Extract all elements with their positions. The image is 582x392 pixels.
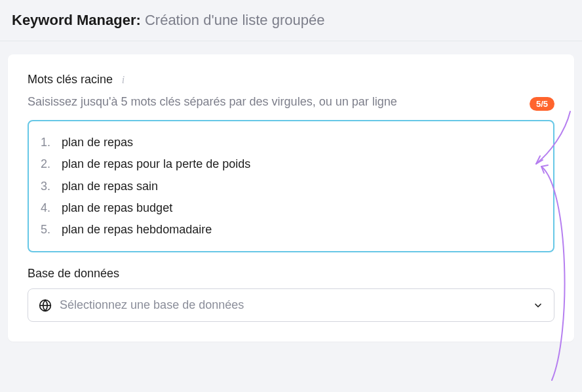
form-card: Mots clés racine i Saisissez jusqu'à 5 m… [8,54,574,342]
keyword-text: plan de repas hebdomadaire [62,219,212,241]
database-select-left: Sélectionnez une base de données [39,298,244,312]
keywords-list: plan de repas plan de repas pour la pert… [41,132,541,241]
root-keywords-hint: Saisissez jusqu'à 5 mots clés séparés pa… [28,93,397,110]
keywords-counter-badge: 5/5 [530,97,554,111]
database-select[interactable]: Sélectionnez une base de données [28,288,554,322]
page-subtitle: Création d'une liste groupée [145,12,325,28]
database-placeholder: Sélectionnez une base de données [60,298,244,312]
keyword-text: plan de repas [62,132,133,153]
keyword-item: plan de repas pour la perte de poids [41,153,541,175]
info-icon[interactable]: i [118,75,128,85]
root-keywords-input[interactable]: plan de repas plan de repas pour la pert… [28,120,554,252]
keyword-text: plan de repas pour la perte de poids [62,153,250,175]
keyword-item: plan de repas budget [41,197,541,219]
page-header: Keyword Manager: Création d'une liste gr… [0,0,582,41]
globe-icon [39,299,52,312]
database-section: Base de données Sélectionnez une base de… [28,267,554,322]
root-keywords-label: Mots clés racine [28,73,113,87]
database-label: Base de données [28,267,554,281]
keyword-item: plan de repas [41,132,541,153]
keyword-item: plan de repas hebdomadaire [41,219,541,241]
keyword-text: plan de repas sain [62,176,158,197]
root-keywords-label-row: Mots clés racine i [28,73,554,87]
page-title-prefix: Keyword Manager: [12,12,145,28]
keyword-item: plan de repas sain [41,176,541,197]
keyword-text: plan de repas budget [62,197,172,219]
chevron-down-icon [533,300,543,311]
root-keywords-hint-row: Saisissez jusqu'à 5 mots clés séparés pa… [28,93,554,111]
